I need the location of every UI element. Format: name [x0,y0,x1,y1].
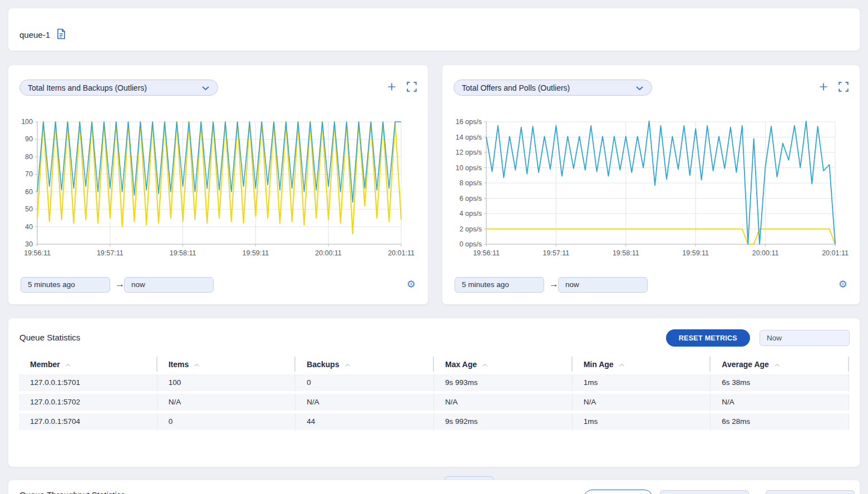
gear-icon[interactable]: ⚙ [839,279,847,290]
metric-select-label: Total Offers and Polls (Outliers) [462,83,570,92]
svg-text:60: 60 [25,188,33,196]
section-title: Queue Throughput Statistics [19,490,125,494]
arrow-right-icon: → [754,491,764,494]
cell-max-age: 9s 993ms [434,374,573,391]
document-icon[interactable] [56,28,66,41]
cell-min-age: N/A [573,394,711,411]
svg-text:30: 30 [25,240,33,248]
svg-text:19:57:11: 19:57:11 [543,249,570,257]
cell-member: 127.0.0.1:5704 [19,413,157,430]
cell-average-age: 6s 38ms [711,374,849,391]
svg-text:20:00:11: 20:00:11 [752,249,779,257]
expand-icon[interactable] [407,82,417,94]
table-row[interactable]: 127.0.0.1:5702 N/A N/A N/A N/A N/A [19,394,849,411]
svg-text:19:56:11: 19:56:11 [24,249,51,257]
svg-text:20:01:11: 20:01:11 [388,249,415,257]
svg-text:16 ops/s: 16 ops/s [456,118,482,126]
time-from-input[interactable]: 5 minutes ago [21,277,110,293]
queue-statistics-table: Member Items Backups Max Age Min Age [19,357,849,430]
column-header-max-age[interactable]: Max Age [434,357,573,372]
svg-text:2 ops/s: 2 ops/s [460,225,482,233]
time-from-input[interactable]: 5 minutes ago [455,277,544,293]
svg-text:4 ops/s: 4 ops/s [460,210,482,218]
cell-member: 127.0.0.1:5702 [19,394,157,411]
title-card: queue-1 [8,8,860,51]
cell-items: 0 [157,413,296,430]
time-range-row: 5 minutes ago → now ⚙ [455,277,847,293]
svg-text:20:00:11: 20:00:11 [315,249,342,257]
reset-time-button[interactable]: RESET TIME [584,490,653,494]
svg-text:19:58:11: 19:58:11 [170,249,196,257]
svg-text:12 ops/s: 12 ops/s [456,149,482,156]
svg-text:70: 70 [25,170,33,178]
gear-icon[interactable]: ⚙ [407,279,416,290]
svg-text:90: 90 [25,135,33,143]
svg-text:10 ops/s: 10 ops/s [456,164,482,172]
cell-items: N/A [157,394,296,411]
time-range-row: 5 minutes ago → now ⚙ [21,277,416,293]
arrow-right-icon: → [549,279,559,290]
chart-actions [387,82,417,94]
table-header-row: Member Items Backups Max Age Min Age [19,357,849,372]
queue-name: queue-1 [19,30,50,39]
arrow-right-icon: → [115,279,125,290]
chevron-down-icon [202,83,209,92]
svg-text:50: 50 [25,205,33,213]
reset-metrics-button[interactable]: RESET METRICS [666,329,750,347]
column-header-backups[interactable]: Backups [295,357,434,372]
column-header-items[interactable]: Items [157,357,296,372]
svg-text:14 ops/s: 14 ops/s [456,134,482,141]
cell-max-age: N/A [434,394,573,411]
svg-text:6 ops/s: 6 ops/s [460,195,482,202]
cell-items: 100 [157,374,296,391]
cell-backups: N/A [295,394,434,411]
svg-text:19:59:11: 19:59:11 [682,249,709,257]
queue-statistics-card: Queue Statistics RESET METRICS Now Membe… [8,318,860,467]
sort-icon [194,360,200,369]
items-backups-chart-card: Total Items and Backups (Outliers) 10090… [8,65,428,305]
svg-text:19:59:11: 19:59:11 [243,249,269,257]
time-to-input[interactable]: now [558,277,648,293]
add-chart-icon[interactable] [819,82,828,93]
svg-text:0 ops/s: 0 ops/s [460,240,482,248]
metric-select-label: Total Items and Backups (Outliers) [28,83,147,92]
time-to-input[interactable]: now [766,490,855,494]
line-chart-items-backups[interactable]: 1009080706050403019:56:1119:57:1119:58:1… [16,116,420,263]
column-header-min-age[interactable]: Min Age [573,357,711,372]
time-to-input[interactable]: now [124,277,214,293]
chevron-down-icon [636,83,643,92]
section-title: Queue Statistics [19,333,80,342]
expand-icon[interactable] [839,82,849,94]
table-row[interactable]: 127.0.0.1:5701 100 0 9s 993ms 1ms 6s 38m… [19,374,849,391]
cell-backups: 44 [295,413,434,430]
table-row[interactable]: 127.0.0.1:5704 0 44 9s 992ms 1ms 6s 28ms [19,413,849,430]
sort-icon [619,360,625,369]
svg-text:19:56:11: 19:56:11 [473,249,500,257]
cell-min-age: 1ms [573,413,711,430]
page: queue-1 Total Items and Backups (Outlier… [0,0,868,494]
cell-backups: 0 [295,374,434,391]
metrics-time-input[interactable]: Now [760,330,850,346]
time-from-input[interactable]: the beginning [660,490,749,494]
svg-text:20:01:11: 20:01:11 [822,249,849,257]
sort-icon [65,360,71,369]
svg-text:80: 80 [25,153,33,161]
cell-member: 127.0.0.1:5701 [19,374,157,391]
cell-average-age: 6s 28ms [711,413,849,430]
cell-max-age: 9s 992ms [434,413,573,430]
chart-actions [819,82,849,94]
offers-polls-chart-card: Total Offers and Polls (Outliers) 16 ops… [442,65,860,305]
column-header-member[interactable]: Member [19,357,157,372]
svg-text:40: 40 [25,223,33,231]
queue-throughput-card: Queue Throughput Statistics RESET TIME t… [8,480,860,494]
svg-text:19:57:11: 19:57:11 [97,249,124,257]
sort-icon [482,360,488,369]
line-chart-offers-polls[interactable]: 16 ops/s14 ops/s12 ops/s10 ops/s8 ops/s6… [450,116,852,263]
metric-select-items-backups[interactable]: Total Items and Backups (Outliers) [19,80,218,96]
add-chart-icon[interactable] [387,82,396,93]
svg-text:19:58:11: 19:58:11 [613,249,639,257]
page-title: queue-1 [19,28,66,41]
svg-text:8 ops/s: 8 ops/s [460,179,482,187]
metric-select-offers-polls[interactable]: Total Offers and Polls (Outliers) [453,80,652,96]
column-header-average-age[interactable]: Average Age [711,357,849,372]
